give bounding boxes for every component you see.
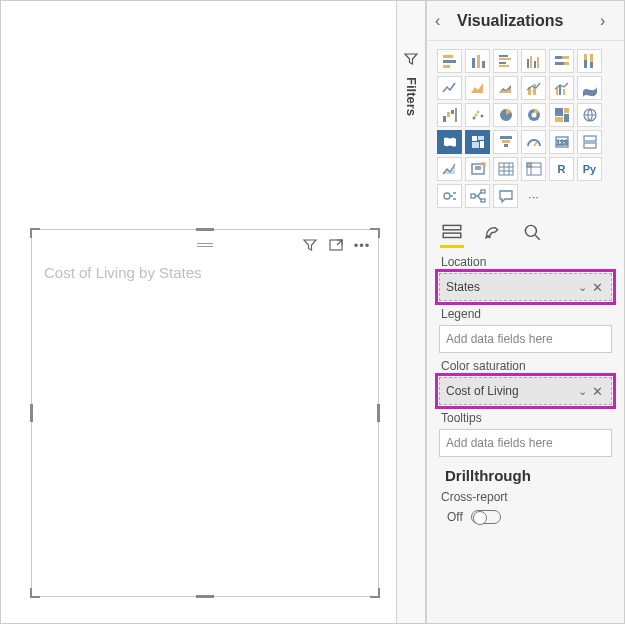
svg-rect-3 (443, 65, 450, 68)
focus-mode-icon[interactable] (328, 237, 344, 253)
svg-rect-22 (590, 54, 593, 62)
chevron-down-icon[interactable]: ⌄ (575, 281, 590, 294)
visualizations-pane: ‹ Visualizations › (426, 1, 624, 623)
filter-icon[interactable] (302, 237, 318, 253)
svg-rect-7 (499, 55, 508, 57)
viz-key-influencers-icon[interactable] (437, 184, 462, 208)
viz-funnel-icon[interactable] (493, 130, 518, 154)
viz-slicer-icon[interactable] (465, 157, 490, 181)
svg-rect-14 (537, 57, 539, 68)
viz-waterfall-icon[interactable] (437, 103, 462, 127)
svg-rect-12 (530, 56, 532, 68)
more-icon[interactable]: ••• (354, 237, 370, 253)
svg-rect-13 (534, 61, 536, 68)
chevron-down-icon[interactable]: ⌄ (575, 385, 590, 398)
viz-line-clustered-column-icon[interactable] (549, 76, 574, 100)
viz-100-stacked-column-icon[interactable] (577, 49, 602, 73)
resize-handle-right[interactable] (377, 404, 380, 422)
tab-fields-icon[interactable] (441, 221, 463, 243)
viz-qa-icon[interactable] (493, 184, 518, 208)
viz-stacked-column-icon[interactable] (465, 49, 490, 73)
remove-field-icon[interactable]: ✕ (590, 280, 605, 295)
drillthrough-title: Drillthrough (427, 457, 624, 490)
visual-frame-filled-map[interactable]: ••• Cost of Living by States (31, 229, 379, 597)
svg-rect-10 (499, 65, 509, 67)
svg-rect-27 (563, 89, 565, 95)
remove-field-icon[interactable]: ✕ (590, 384, 605, 399)
report-canvas[interactable]: ••• Cost of Living by States (1, 1, 396, 623)
svg-point-65 (525, 225, 536, 236)
well-tooltips[interactable]: Add data fields here (439, 429, 612, 457)
viz-donut-icon[interactable] (521, 103, 546, 127)
viz-gauge-icon[interactable] (521, 130, 546, 154)
viz-r-script-icon[interactable]: R (549, 157, 574, 181)
filters-pane-collapsed[interactable]: Filters (396, 1, 426, 623)
tab-analytics-icon[interactable] (521, 221, 543, 243)
field-wells: Location States ⌄ ✕ Legend Add data fiel… (427, 245, 624, 457)
tab-format-icon[interactable] (481, 221, 503, 243)
svg-rect-42 (555, 117, 563, 122)
svg-point-34 (480, 115, 483, 118)
resize-handle-left[interactable] (30, 404, 33, 422)
viz-decomposition-tree-icon[interactable] (465, 184, 490, 208)
svg-rect-49 (502, 140, 510, 143)
filters-pane-label: Filters (404, 77, 419, 116)
pane-title: Visualizations (451, 12, 600, 30)
svg-rect-24 (533, 84, 536, 95)
svg-rect-41 (564, 114, 569, 122)
well-location[interactable]: States ⌄ ✕ (439, 273, 612, 301)
collapse-left-icon[interactable]: ‹ (435, 12, 451, 30)
well-label-tooltips: Tooltips (441, 411, 612, 425)
viz-matrix-icon[interactable] (521, 157, 546, 181)
pane-header: ‹ Visualizations › (427, 1, 624, 41)
resize-handle-br[interactable] (370, 588, 380, 598)
cross-report-toggle[interactable] (471, 510, 501, 524)
viz-scatter-icon[interactable] (465, 103, 490, 127)
svg-text:123: 123 (556, 139, 568, 146)
toggle-state-label: Off (447, 510, 463, 524)
resize-handle-bl[interactable] (30, 588, 40, 598)
pane-tabs (427, 215, 624, 245)
viz-line-icon[interactable] (437, 76, 462, 100)
viz-pie-icon[interactable] (493, 103, 518, 127)
drag-grip-icon[interactable] (197, 243, 213, 247)
svg-rect-58 (527, 163, 531, 167)
filter-icon[interactable] (403, 51, 419, 67)
svg-rect-44 (472, 136, 477, 141)
visual-gallery: 123 R Py ··· (427, 41, 624, 215)
viz-multi-row-card-icon[interactable] (577, 130, 602, 154)
viz-line-stacked-column-icon[interactable] (521, 76, 546, 100)
viz-map-icon[interactable] (577, 103, 602, 127)
viz-stacked-bar-icon[interactable] (437, 49, 462, 73)
collapse-right-icon[interactable]: › (600, 12, 616, 30)
cross-report-toggle-row: Off (427, 504, 624, 524)
viz-area-icon[interactable] (465, 76, 490, 100)
svg-rect-4 (472, 58, 475, 68)
well-legend[interactable]: Add data fields here (439, 325, 612, 353)
svg-point-33 (476, 111, 479, 114)
viz-clustered-bar-icon[interactable] (493, 49, 518, 73)
viz-filled-map-icon[interactable] (437, 130, 462, 154)
viz-python-icon[interactable]: Py (577, 157, 602, 181)
viz-clustered-column-icon[interactable] (521, 49, 546, 73)
svg-rect-9 (499, 62, 506, 64)
viz-stacked-area-icon[interactable] (493, 76, 518, 100)
viz-table-icon[interactable] (493, 157, 518, 181)
well-label-legend: Legend (441, 307, 612, 321)
svg-point-59 (444, 193, 450, 199)
svg-rect-28 (443, 116, 446, 122)
svg-rect-39 (555, 108, 563, 116)
viz-kpi-icon[interactable] (437, 157, 462, 181)
resize-handle-bottom[interactable] (196, 595, 214, 598)
viz-card-icon[interactable]: 123 (549, 130, 574, 154)
viz-more-icon[interactable]: ··· (521, 184, 546, 208)
viz-shape-map-icon[interactable] (465, 130, 490, 154)
svg-rect-16 (562, 56, 569, 59)
well-color-saturation[interactable]: Cost of Living ⌄ ✕ (439, 377, 612, 405)
viz-100-stacked-bar-icon[interactable] (549, 49, 574, 73)
viz-ribbon-icon[interactable] (577, 76, 602, 100)
svg-rect-62 (481, 199, 485, 202)
svg-rect-60 (471, 194, 475, 198)
viz-treemap-icon[interactable] (549, 103, 574, 127)
svg-point-32 (472, 117, 475, 120)
